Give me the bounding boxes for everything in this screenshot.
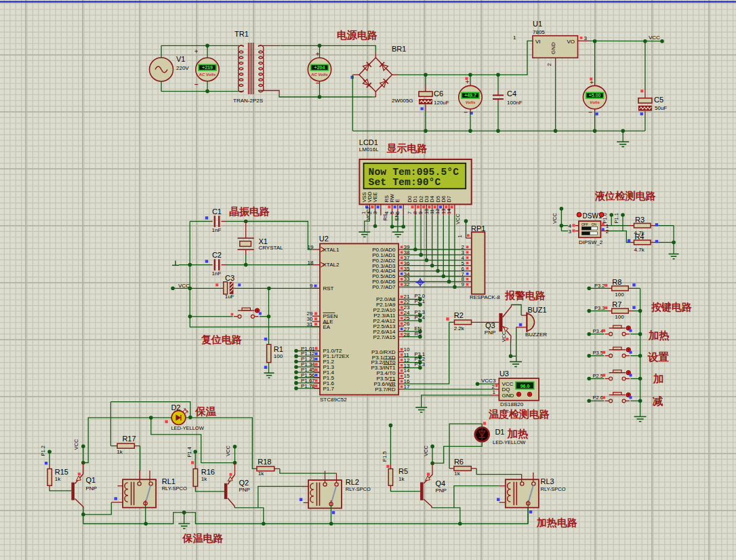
svg-text:TR1: TR1 <box>234 30 249 38</box>
svg-text:D7: D7 <box>446 196 452 203</box>
svg-text:加热电路: 加热电路 <box>536 517 577 528</box>
svg-text:C1: C1 <box>212 207 222 216</box>
svg-text:E: E <box>394 199 401 202</box>
svg-text:P1.2: P1.2 <box>40 445 46 456</box>
svg-text:液位检测电路: 液位检测电路 <box>595 190 656 201</box>
svg-text:按键电路: 按键电路 <box>651 301 692 313</box>
svg-text:P1.7: P1.7 <box>323 386 335 392</box>
svg-text:ON: ON <box>592 223 597 226</box>
svg-text:220V: 220V <box>176 65 189 71</box>
svg-text:报警电路: 报警电路 <box>504 289 546 301</box>
svg-text:7805: 7805 <box>533 29 545 35</box>
svg-text:P3.4: P3.4 <box>593 328 603 334</box>
svg-text:DS18B20: DS18B20 <box>500 401 524 407</box>
svg-text:2.2k: 2.2k <box>454 325 465 332</box>
svg-text:C4: C4 <box>507 89 516 98</box>
svg-text:1k: 1k <box>201 476 207 482</box>
svg-text:VCC: VCC <box>225 445 231 456</box>
svg-text:R3: R3 <box>635 216 645 224</box>
svg-text:R16: R16 <box>201 468 215 476</box>
svg-text:1nF: 1nF <box>212 271 222 277</box>
svg-text:设置: 设置 <box>647 351 670 363</box>
svg-text:Now Tem:095.5°C: Now Tem:095.5°C <box>369 167 459 178</box>
svg-text:C5: C5 <box>654 96 663 104</box>
svg-text:1k: 1k <box>454 471 460 477</box>
svg-text:96.0: 96.0 <box>520 384 530 388</box>
svg-text:R18: R18 <box>258 458 271 466</box>
svg-text:P1.7: P1.7 <box>301 383 312 389</box>
svg-text:VCC: VCC <box>455 214 461 224</box>
svg-text:R15: R15 <box>55 468 68 476</box>
svg-text:RLY-SPCO: RLY-SPCO <box>346 486 371 492</box>
svg-text:Volts: Volts <box>590 100 600 104</box>
svg-text:3: 3 <box>584 35 588 41</box>
svg-text:P1.5: P1.5 <box>382 452 388 462</box>
svg-text:P3.5: P3.5 <box>593 350 603 356</box>
svg-text:1k: 1k <box>117 449 123 455</box>
svg-text:R2: R2 <box>454 311 464 319</box>
svg-text:R1: R1 <box>274 345 283 353</box>
svg-text:2: 2 <box>606 228 609 235</box>
svg-text:1k: 1k <box>55 476 61 482</box>
svg-text:C2: C2 <box>212 251 222 259</box>
svg-text:TRAN-2P2S: TRAN-2P2S <box>233 98 263 104</box>
svg-text:XTAL2: XTAL2 <box>323 262 340 268</box>
svg-text:电源电路: 电源电路 <box>337 29 377 41</box>
svg-text:PNP: PNP <box>435 487 446 494</box>
svg-text:Volts: Volts <box>466 100 476 104</box>
svg-text:RST: RST <box>323 285 334 292</box>
svg-text:BR1: BR1 <box>392 45 406 53</box>
svg-text:RS: RS <box>415 331 422 337</box>
svg-text:U3: U3 <box>499 369 509 378</box>
svg-text:P1.1: P1.1 <box>613 213 619 223</box>
svg-text:LED-YELLOW: LED-YELLOW <box>171 425 204 431</box>
svg-text:+219: +219 <box>202 65 213 70</box>
svg-text:X1: X1 <box>258 237 267 245</box>
svg-text:AC Volts: AC Volts <box>199 73 216 77</box>
svg-text:PNP: PNP <box>86 485 97 492</box>
svg-text:R7: R7 <box>612 300 621 308</box>
svg-text:Q2: Q2 <box>239 479 249 487</box>
svg-text:−: − <box>316 79 320 87</box>
svg-text:LM016L: LM016L <box>359 146 379 153</box>
svg-text:−: − <box>195 81 199 88</box>
svg-text:100nF: 100nF <box>507 100 523 106</box>
svg-text:P3.2: P3.2 <box>594 283 605 289</box>
svg-text:GND: GND <box>550 42 556 54</box>
svg-text:120uF: 120uF <box>434 100 449 106</box>
svg-text:GND: GND <box>502 393 514 399</box>
svg-text:VI: VI <box>535 39 541 45</box>
svg-text:3: 3 <box>372 212 378 214</box>
svg-text:加热: 加热 <box>648 329 670 341</box>
svg-text:RL2: RL2 <box>346 478 359 486</box>
svg-text:VEE: VEE <box>372 192 378 202</box>
svg-text:P2.4: P2.4 <box>415 315 425 321</box>
svg-text:Q4: Q4 <box>435 479 445 487</box>
svg-text:RS: RS <box>382 214 388 220</box>
svg-text:RLY-SPCO: RLY-SPCO <box>541 486 566 492</box>
svg-text:晶振电路: 晶振电路 <box>229 205 270 217</box>
svg-text:4.7k: 4.7k <box>634 247 645 253</box>
svg-text:100: 100 <box>274 353 283 359</box>
svg-text:14: 14 <box>446 209 452 214</box>
svg-text:RESPACK-8: RESPACK-8 <box>470 294 500 300</box>
svg-text:U1: U1 <box>533 20 542 28</box>
svg-text:P3.3: P3.3 <box>594 305 605 311</box>
svg-text:+204: +204 <box>314 65 325 70</box>
svg-text:C3: C3 <box>225 274 234 282</box>
svg-text:CRYSTAL: CRYSTAL <box>258 245 283 251</box>
svg-text:100: 100 <box>615 314 624 320</box>
svg-text:P2.5: P2.5 <box>593 373 603 379</box>
svg-text:R17: R17 <box>122 435 136 443</box>
svg-text:PNP: PNP <box>239 487 250 493</box>
svg-text:P2.7/A15: P2.7/A15 <box>373 334 396 340</box>
svg-text:XTAL1: XTAL1 <box>323 247 340 253</box>
svg-text:100: 100 <box>615 292 624 298</box>
svg-text:VCC: VCC <box>73 439 79 449</box>
svg-text:P2.6: P2.6 <box>593 395 603 401</box>
svg-text:OFF: OFF <box>581 223 588 226</box>
svg-text:2W005G: 2W005G <box>392 98 413 104</box>
svg-text:P0.7/AD7: P0.7/AD7 <box>372 284 396 290</box>
svg-text:1nF: 1nF <box>212 227 222 233</box>
svg-text:保温电路: 保温电路 <box>182 532 224 544</box>
